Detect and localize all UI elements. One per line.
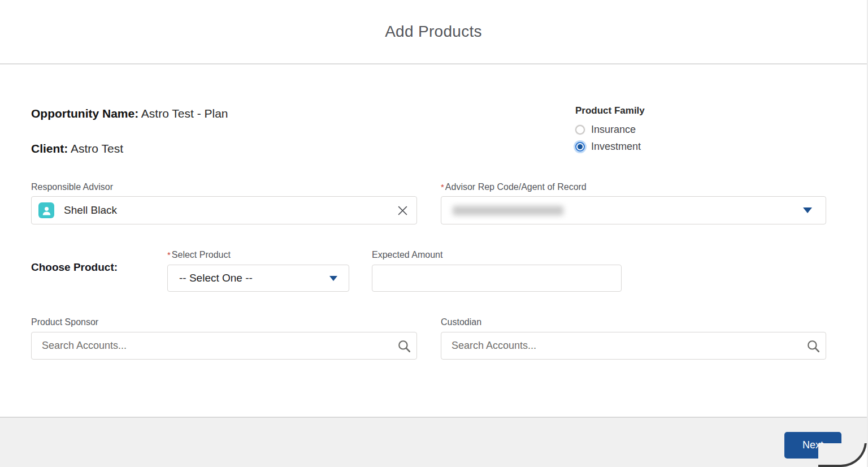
radio-insurance[interactable]: [575, 125, 585, 135]
required-asterisk: *: [167, 250, 171, 260]
select-product-value: -- Select One --: [179, 272, 329, 284]
custodian-label: Custodian: [441, 317, 481, 327]
add-products-dialog: Add Products Opportunity Name: Astro Tes…: [0, 0, 868, 467]
advisor-rep-code-label-text: Advisor Rep Code/Agent of Record: [445, 182, 587, 192]
product-family-group: Product Family Insurance Investment: [575, 105, 645, 155]
opportunity-name-value: Astro Test - Plan: [138, 107, 228, 120]
redacted-value: [453, 206, 563, 215]
client-line: Client: Astro Test: [31, 142, 123, 155]
advisor-rep-code-select[interactable]: [441, 196, 826, 224]
responsible-advisor-value: Shell Black: [64, 204, 394, 217]
chevron-down-icon: [803, 207, 812, 213]
select-product-label: *Select Product: [167, 250, 231, 260]
expected-amount-label: Expected Amount: [372, 250, 442, 260]
radio-insurance-label[interactable]: Insurance: [591, 124, 636, 136]
radio-investment[interactable]: [575, 142, 585, 152]
opportunity-name-line: Opportunity Name: Astro Test - Plan: [31, 107, 228, 120]
product-sponsor-label: Product Sponsor: [31, 317, 98, 327]
clear-advisor-button[interactable]: [394, 202, 411, 219]
product-sponsor-search-input[interactable]: [31, 332, 417, 360]
opportunity-name-label: Opportunity Name:: [31, 107, 138, 120]
radio-option-investment[interactable]: Investment: [575, 138, 645, 155]
advisor-rep-code-label: *Advisor Rep Code/Agent of Record: [441, 182, 587, 192]
dialog-footer: Next: [0, 417, 867, 467]
expected-amount-input[interactable]: [372, 265, 622, 292]
page-title: Add Products: [385, 23, 482, 41]
client-value: Astro Test: [68, 142, 123, 155]
window-corner: [818, 443, 867, 467]
window-corner-arc: [818, 443, 867, 467]
select-product-label-text: Select Product: [172, 250, 231, 260]
required-asterisk: *: [441, 182, 444, 192]
client-label: Client:: [31, 142, 68, 155]
product-family-label: Product Family: [575, 105, 645, 116]
responsible-advisor-field[interactable]: Shell Black: [31, 196, 417, 224]
person-icon: [41, 205, 52, 216]
responsible-advisor-label: Responsible Advisor: [31, 182, 113, 192]
radio-option-insurance[interactable]: Insurance: [575, 121, 645, 138]
radio-investment-label[interactable]: Investment: [591, 141, 641, 153]
close-icon: [398, 206, 407, 215]
custodian-search-input[interactable]: [441, 332, 826, 360]
user-avatar-icon: [38, 202, 54, 218]
dialog-header: Add Products: [0, 0, 867, 64]
select-product-dropdown[interactable]: -- Select One --: [167, 265, 349, 292]
choose-product-label: Choose Product:: [31, 261, 118, 274]
chevron-down-icon: [329, 276, 337, 281]
